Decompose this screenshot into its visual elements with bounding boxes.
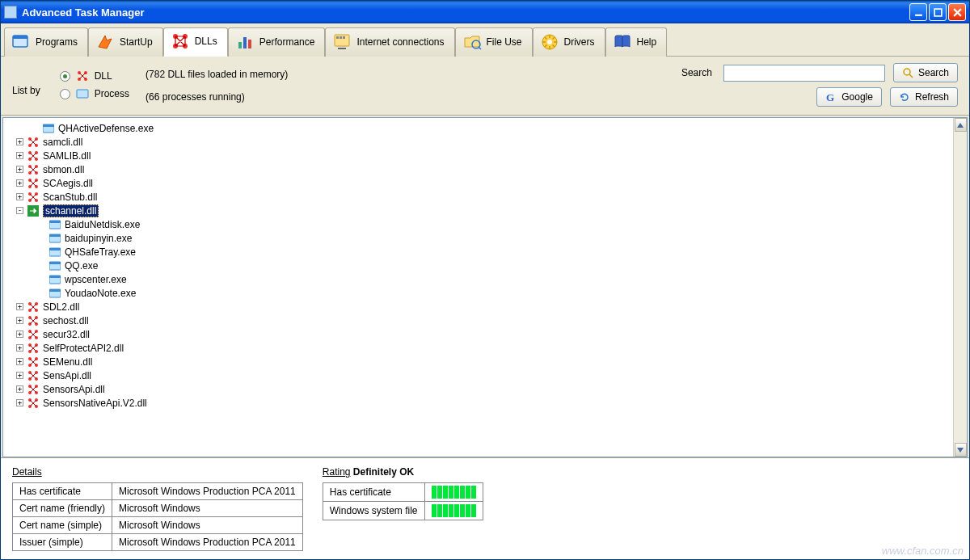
- tab-startup[interactable]: StartUp: [88, 27, 163, 57]
- svg-rect-59: [49, 289, 61, 292]
- summary-column: (782 DLL files loaded in memory) (66 pro…: [146, 69, 288, 103]
- expand-icon[interactable]: +: [16, 385, 23, 393]
- expand-icon[interactable]: +: [16, 152, 23, 159]
- dll-icon: [27, 301, 40, 313]
- collapse-icon[interactable]: -: [16, 207, 23, 214]
- dll-icon: [27, 315, 40, 326]
- search-area: Search Search G Google Refresh: [681, 63, 958, 107]
- dll-icon: [27, 370, 40, 381]
- details-value: Microsoft Windows Production PCA 2011: [112, 534, 303, 551]
- details-key: Cert name (friendly): [13, 500, 112, 517]
- tree-node-dll[interactable]: +samcli.dll: [6, 135, 953, 149]
- expand-icon[interactable]: +: [16, 138, 23, 145]
- search-icon: [902, 67, 913, 78]
- exe-icon: [48, 274, 61, 285]
- tree-node-dll[interactable]: +SensorsNativeApi.V2.dll: [6, 396, 953, 410]
- tree-node-dll[interactable]: +sbmon.dll: [6, 162, 953, 176]
- expand-icon[interactable]: +: [16, 317, 23, 324]
- tab-programs[interactable]: Programs: [4, 27, 88, 57]
- google-button[interactable]: G Google: [816, 87, 882, 107]
- tree-node-exe[interactable]: QHSafeTray.exe: [6, 245, 953, 259]
- tree-node-dll[interactable]: +SAMLIB.dll: [6, 149, 953, 162]
- svg-rect-13: [340, 36, 342, 39]
- svg-rect-12: [336, 36, 339, 39]
- dll-icon: [27, 356, 40, 368]
- search-input[interactable]: [723, 65, 885, 82]
- svg-rect-3: [13, 36, 27, 39]
- tab-drivers[interactable]: Drivers: [533, 27, 605, 57]
- rating-row: Has certificate: [323, 483, 483, 502]
- expand-icon[interactable]: +: [16, 303, 23, 310]
- radio-process[interactable]: [60, 89, 70, 99]
- tree-node-dll[interactable]: +SensorsApi.dll: [6, 382, 953, 396]
- radio-dll[interactable]: [60, 71, 70, 82]
- tree-node-dll[interactable]: +SensApi.dll: [6, 368, 953, 382]
- scroll-down-button[interactable]: [955, 443, 967, 457]
- maximize-button[interactable]: [929, 3, 947, 21]
- svg-rect-26: [43, 124, 54, 127]
- refresh-button[interactable]: Refresh: [890, 87, 958, 107]
- expand-icon[interactable]: +: [16, 344, 23, 352]
- expand-icon[interactable]: +: [16, 179, 23, 187]
- tab-internet[interactable]: Internet connections: [325, 27, 454, 57]
- rating-bars: [424, 502, 483, 520]
- dll-icon: [27, 343, 40, 354]
- rating-row: Windows system file: [323, 502, 483, 520]
- tab-label: Drivers: [564, 36, 595, 48]
- scroll-up-button[interactable]: [955, 118, 967, 132]
- svg-text:G: G: [826, 91, 834, 103]
- tree-node-dll[interactable]: +secur32.dll: [6, 327, 953, 341]
- listby-label: List by: [12, 85, 40, 96]
- rating-bars: [424, 483, 483, 502]
- tree-node-exe[interactable]: BaiduNetdisk.exe: [6, 217, 953, 231]
- rating-label: Rating: [323, 466, 351, 478]
- app-window: Advanced Task Manager Programs StartUp D…: [0, 0, 970, 560]
- tree-node-exe[interactable]: baidupinyin.exe: [6, 231, 953, 245]
- tree-node-exe[interactable]: YoudaoNote.exe: [6, 286, 953, 300]
- expand-icon[interactable]: +: [16, 331, 23, 338]
- tree-node-dll[interactable]: +SCAegis.dll: [6, 176, 953, 190]
- tree-pane: QHActiveDefense.exe+samcli.dll+SAMLIB.dl…: [2, 117, 968, 457]
- details-key: Cert name (simple): [13, 517, 112, 534]
- tab-help[interactable]: Help: [605, 27, 668, 57]
- tree-node-dll-selected[interactable]: -schannel.dll: [6, 204, 953, 217]
- performance-icon: [235, 32, 255, 52]
- tree-node-exe[interactable]: wpscenter.exe: [6, 272, 953, 286]
- tree-node-dll[interactable]: +sechost.dll: [6, 314, 953, 327]
- exe-icon: [48, 260, 61, 272]
- tab-fileuse[interactable]: File Use: [455, 27, 533, 57]
- minimize-button[interactable]: [909, 3, 927, 21]
- tab-performance[interactable]: Performance: [228, 27, 326, 57]
- tab-label: File Use: [487, 36, 522, 48]
- svg-rect-22: [77, 90, 88, 98]
- search-button[interactable]: Search: [893, 63, 958, 82]
- details-value: Microsoft Windows: [112, 517, 303, 534]
- tree-node-exe[interactable]: QHActiveDefense.exe: [6, 121, 953, 135]
- google-icon: G: [825, 91, 837, 103]
- details-key: Has certificate: [13, 483, 112, 500]
- rating-bar: [432, 504, 476, 517]
- svg-rect-51: [49, 234, 61, 237]
- tab-label: Performance: [259, 36, 315, 48]
- expand-icon[interactable]: +: [16, 358, 23, 365]
- exe-icon: [48, 288, 61, 299]
- details-key: Issuer (simple): [13, 534, 112, 551]
- dll-icon: [27, 164, 40, 175]
- expand-icon[interactable]: +: [16, 372, 23, 379]
- tree-node-dll[interactable]: +SelfProtectAPI2.dll: [6, 341, 953, 355]
- tree-node-exe[interactable]: QQ.exe: [6, 259, 953, 272]
- tree-node-dll[interactable]: +SEMenu.dll: [6, 355, 953, 368]
- close-button[interactable]: [948, 3, 966, 21]
- vertical-scrollbar[interactable]: [953, 118, 967, 457]
- dll-summary: (782 DLL files loaded in memory): [146, 69, 288, 80]
- expand-icon[interactable]: +: [16, 166, 23, 173]
- dll-icon: [27, 192, 40, 203]
- expand-icon[interactable]: +: [16, 399, 23, 406]
- expand-icon[interactable]: +: [16, 193, 23, 200]
- tree-node-dll[interactable]: +SDL2.dll: [6, 300, 953, 314]
- rating-header: Rating Definitely OK: [323, 466, 483, 478]
- tab-dlls[interactable]: DLLs: [163, 27, 228, 57]
- tree-scroll[interactable]: QHActiveDefense.exe+samcli.dll+SAMLIB.dl…: [3, 118, 953, 457]
- tree-node-dll[interactable]: +ScanStub.dll: [6, 190, 953, 204]
- tab-label: Internet connections: [356, 36, 444, 48]
